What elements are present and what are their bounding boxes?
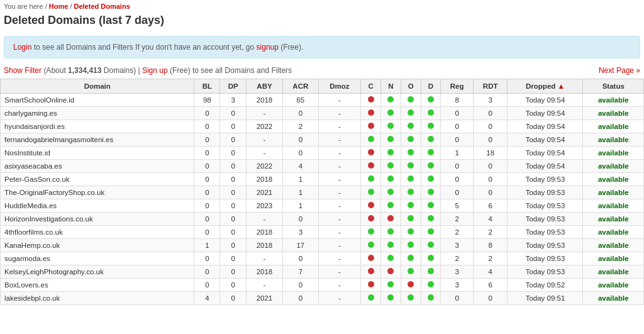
c-cell (361, 239, 381, 252)
info-box: Login to see all Domains and Filters If … (4, 36, 640, 58)
c-cell (361, 199, 381, 213)
col-dp[interactable]: DP (220, 79, 247, 94)
col-bl[interactable]: BL (194, 79, 220, 94)
green-dot-icon (428, 175, 434, 182)
domain-cell: charlygaming.es (1, 107, 194, 120)
col-domain[interactable]: Domain (1, 79, 194, 94)
aby-cell: 2018 (247, 226, 283, 239)
status-cell: available (583, 186, 644, 199)
dp-cell: 0 (220, 226, 247, 239)
dp-cell: 0 (220, 279, 247, 292)
status-cell: available (583, 107, 644, 120)
green-dot-icon (387, 136, 394, 142)
acr-cell: 0 (282, 147, 318, 160)
green-dot-icon (408, 294, 414, 301)
dmoz-cell: - (318, 147, 360, 160)
col-dropped[interactable]: Dropped ▲ (508, 79, 583, 94)
rdt-cell: 18 (473, 147, 508, 160)
d-cell (421, 239, 441, 252)
domain-link[interactable]: KanaHemp.co.uk (4, 242, 60, 249)
n-cell (381, 199, 401, 213)
domain-link[interactable]: charlygaming.es (4, 109, 57, 117)
green-dot-icon (428, 228, 434, 235)
home-link[interactable]: Home (49, 3, 69, 10)
o-cell (401, 279, 421, 292)
aby-cell: - (247, 279, 283, 292)
domain-link[interactable]: SmartSchoolOnline.id (4, 96, 74, 104)
bl-cell: 0 (194, 120, 220, 133)
o-cell (401, 186, 421, 199)
col-n[interactable]: N (381, 79, 401, 94)
domain-cell: BoxLovers.es (1, 279, 194, 292)
domain-link[interactable]: asixyaseacaba.es (4, 162, 62, 170)
c-cell (361, 147, 381, 160)
domain-link[interactable]: sugarmoda.es (4, 255, 50, 262)
show-filter-link[interactable]: Show Filter (4, 66, 42, 75)
table-row: lakesidebpl.co.uk 4 0 2021 0 - 0 0 Today… (1, 292, 644, 305)
domain-link[interactable]: hyundaisanjordi.es (4, 123, 65, 130)
c-cell (361, 133, 381, 147)
acr-cell: 2 (282, 120, 318, 133)
c-cell (361, 94, 381, 107)
domain-link[interactable]: KelseyLeighPhotography.co.uk (4, 268, 104, 276)
rdt-cell: 6 (473, 199, 508, 213)
signup-link[interactable]: signup (257, 43, 279, 52)
info-text-middle: to see all Domains and Filters If you do… (31, 43, 256, 52)
domain-link[interactable]: lakesidebpl.co.uk (4, 294, 60, 302)
aby-cell: 2018 (247, 173, 283, 186)
next-page-link[interactable]: Next Page » (599, 66, 640, 75)
rdt-cell: 3 (473, 94, 508, 107)
col-dmoz[interactable]: Dmoz (318, 79, 360, 94)
col-aby[interactable]: ABY (247, 79, 283, 94)
domain-link[interactable]: Peter-GasSon.co.uk (4, 175, 70, 183)
aby-cell: - (247, 107, 283, 120)
col-rdt[interactable]: RDT (473, 79, 508, 94)
domain-link[interactable]: The-OriginalFactoryShop.co.uk (4, 189, 104, 196)
green-dot-icon (428, 268, 434, 274)
dmoz-cell: - (318, 226, 360, 239)
col-c[interactable]: C (361, 79, 381, 94)
info-text-after: (Free). (279, 43, 303, 52)
table-row: asixyaseacaba.es 0 0 2022 4 - 0 0 Today … (1, 160, 644, 173)
col-status[interactable]: Status (583, 79, 644, 94)
green-dot-icon (408, 162, 414, 169)
dmoz-cell: - (318, 173, 360, 186)
breadcrumb: You are here / Home / Deleted Domains (0, 0, 644, 13)
col-o[interactable]: O (401, 79, 421, 94)
reg-cell: 2 (441, 226, 473, 239)
domain-link[interactable]: fernandogabrielmangasmolteni.es (4, 136, 113, 143)
rdt-cell: 6 (473, 279, 508, 292)
table-row: KanaHemp.co.uk 1 0 2018 17 - 3 8 Today 0… (1, 239, 644, 252)
d-cell (421, 173, 441, 186)
col-acr[interactable]: ACR (282, 79, 318, 94)
bl-cell: 0 (194, 226, 220, 239)
d-cell (421, 252, 441, 265)
domain-link[interactable]: BoxLovers.es (4, 281, 48, 289)
red-dot-icon (368, 149, 374, 155)
reg-cell: 3 (441, 265, 473, 279)
status-cell: available (583, 173, 644, 186)
green-dot-icon (408, 215, 414, 221)
c-cell (361, 160, 381, 173)
col-d[interactable]: D (421, 79, 441, 94)
col-reg[interactable]: Reg (441, 79, 473, 94)
dmoz-cell: - (318, 292, 360, 305)
domain-link[interactable]: 4thfloorfilms.co.uk (4, 228, 63, 236)
signup-filter-link[interactable]: Sign up (142, 66, 168, 75)
dropped-cell: Today 09:53 (508, 173, 583, 186)
green-dot-icon (387, 228, 394, 235)
status-cell: available (583, 120, 644, 133)
domain-cell: KanaHemp.co.uk (1, 239, 194, 252)
domain-link[interactable]: HorizonInvestigations.co.uk (4, 215, 93, 223)
n-cell (381, 265, 401, 279)
acr-cell: 65 (282, 94, 318, 107)
dmoz-cell: - (318, 160, 360, 173)
dmoz-cell: - (318, 265, 360, 279)
rdt-cell: 0 (473, 186, 508, 199)
domain-link[interactable]: NosInstitute.id (4, 149, 50, 157)
table-row: Peter-GasSon.co.uk 0 0 2018 1 - 0 0 Toda… (1, 173, 644, 186)
domain-link[interactable]: HuddleMedia.es (4, 202, 57, 209)
domain-cell: hyundaisanjordi.es (1, 120, 194, 133)
login-link[interactable]: Login (13, 43, 31, 52)
dp-cell: 0 (220, 186, 247, 199)
